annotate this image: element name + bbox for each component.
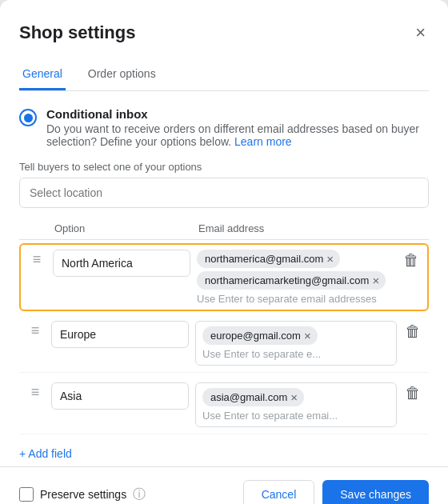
email-placeholder: Use Enter to separate e... <box>202 348 321 360</box>
drag-handle-icon[interactable]: ≡ <box>19 382 51 401</box>
preserve-label: Preserve settings <box>40 488 126 501</box>
th-delete <box>397 222 429 234</box>
table-row: ≡ northamerica@gmail.com × northamericam… <box>19 243 429 311</box>
cancel-button[interactable]: Cancel <box>243 480 315 504</box>
drag-handle-icon[interactable]: ≡ <box>21 250 53 268</box>
option-input-north-america[interactable] <box>53 250 190 277</box>
remove-tag-button[interactable]: × <box>304 329 311 342</box>
option-input-asia[interactable] <box>51 382 189 410</box>
email-cell-north-america: northamerica@gmail.com × northamericamar… <box>197 250 395 305</box>
footer-actions: Cancel Save changes <box>243 480 429 504</box>
th-option: Option <box>51 222 195 234</box>
shop-settings-modal: Shop settings × General Order options Co… <box>0 0 448 504</box>
modal-body: Conditional inbox Do you want to receive… <box>0 91 448 466</box>
email-cell-europe[interactable]: europe@gmail.com × Use Enter to separate… <box>195 321 397 366</box>
section-desc: Do you want to receive orders on differe… <box>46 122 429 148</box>
select-location-input[interactable] <box>19 178 429 208</box>
section-title: Conditional inbox <box>46 107 429 121</box>
email-tags-north-america: northamerica@gmail.com × <box>197 250 392 268</box>
tab-general[interactable]: General <box>19 59 66 90</box>
add-field-button[interactable]: + Add field <box>19 441 72 466</box>
delete-icon: 🗑 <box>405 322 421 341</box>
close-button[interactable]: × <box>412 19 429 46</box>
delete-icon: 🗑 <box>403 251 419 270</box>
email-placeholder: Use Enter to separate email addresses <box>197 293 392 305</box>
buyers-label: Tell buyers to select one of your option… <box>19 161 429 173</box>
delete-row-button[interactable]: 🗑 <box>395 250 427 270</box>
email-tag: northamerica@gmail.com × <box>197 250 340 268</box>
info-icon[interactable]: ⓘ <box>133 486 146 503</box>
option-input-europe[interactable] <box>51 321 189 348</box>
radio-inner <box>24 114 33 122</box>
remove-tag-button[interactable]: × <box>290 390 298 404</box>
th-email: Email address <box>195 222 397 234</box>
conditional-inbox-section: Conditional inbox Do you want to receive… <box>19 107 429 148</box>
modal-footer: Preserve settings ⓘ Cancel Save changes <box>0 466 448 504</box>
tab-order-options[interactable]: Order options <box>85 59 159 90</box>
preserve-checkbox[interactable] <box>19 487 34 502</box>
email-tags-north-america-2: northamericamarketing@gmail.com × <box>197 271 392 290</box>
table-row: ≡ europe@gmail.com × Use Enter to separa… <box>19 314 429 373</box>
learn-more-link[interactable]: Learn more <box>234 135 292 148</box>
preserve-settings: Preserve settings ⓘ <box>19 486 146 503</box>
th-drag <box>19 222 51 234</box>
close-icon: × <box>415 22 426 43</box>
remove-tag-button[interactable]: × <box>372 274 379 287</box>
remove-tag-button[interactable]: × <box>326 252 334 266</box>
modal-title: Shop settings <box>19 22 135 43</box>
email-tag: europe@gmail.com × <box>202 326 318 345</box>
radio-button[interactable] <box>19 109 37 126</box>
email-cell-asia[interactable]: asia@gmail.com × Use Enter to separate e… <box>195 382 397 427</box>
drag-handle-icon[interactable]: ≡ <box>19 321 51 339</box>
table-row: ≡ asia@gmail.com × Use Enter to separate… <box>19 376 429 434</box>
tabs-bar: General Order options <box>19 59 429 91</box>
section-text: Conditional inbox Do you want to receive… <box>46 107 429 148</box>
email-tag: asia@gmail.com × <box>202 388 304 406</box>
delete-row-button[interactable]: 🗑 <box>397 382 429 402</box>
delete-icon: 🗑 <box>405 384 421 402</box>
save-button[interactable]: Save changes <box>322 480 429 504</box>
add-field-label: + Add field <box>19 447 72 460</box>
table-header: Option Email address <box>19 219 429 240</box>
email-tag: northamericamarketing@gmail.com × <box>197 271 386 290</box>
email-placeholder: Use Enter to separate emai... <box>202 410 338 422</box>
delete-row-button[interactable]: 🗑 <box>397 321 429 341</box>
modal-header: Shop settings × <box>0 0 448 46</box>
